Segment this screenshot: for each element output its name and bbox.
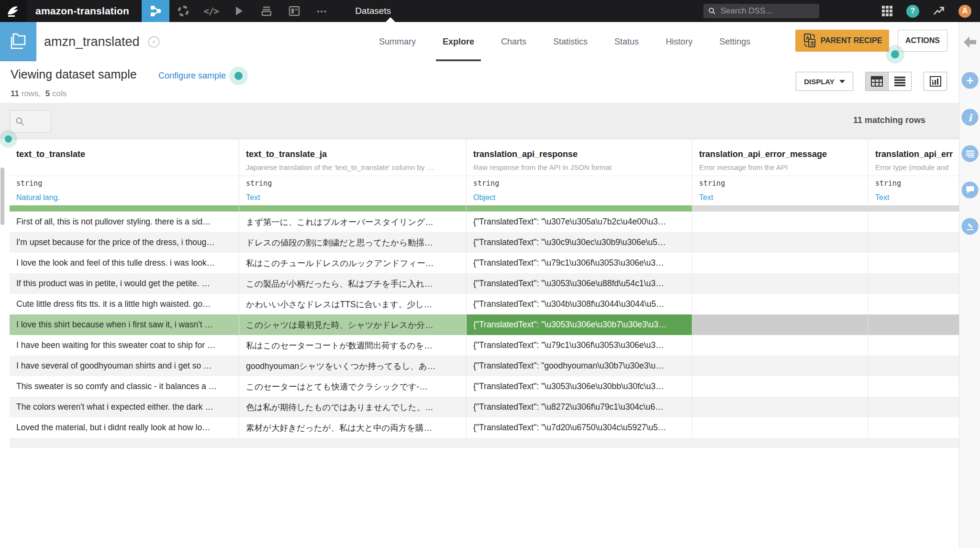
navigate-compass-icon[interactable]: [147, 35, 160, 48]
column-meaning-link[interactable]: Object: [467, 190, 692, 204]
schema-panel-button[interactable]: [962, 145, 979, 162]
column-name[interactable]: text_to_translate_ja: [239, 139, 466, 160]
lab-panel-button[interactable]: [962, 218, 979, 235]
column-meaning-link[interactable]: Text: [869, 190, 959, 204]
table-cell[interactable]: [869, 376, 959, 397]
table-search-box[interactable]: [10, 110, 51, 133]
table-cell[interactable]: [692, 376, 869, 397]
column-meaning-link[interactable]: Text: [239, 190, 466, 204]
table-cell[interactable]: The colors weren't what i expected eithe…: [10, 397, 239, 417]
tab-statistics[interactable]: Statistics: [553, 22, 588, 61]
table-cell[interactable]: [869, 356, 959, 376]
table-cell[interactable]: [869, 273, 959, 294]
code-icon[interactable]: </>: [197, 0, 225, 22]
trend-arrow-icon[interactable]: [933, 5, 945, 17]
table-cell[interactable]: {"TranslatedText": "\u7d20\u6750\u304c\u…: [467, 417, 692, 438]
table-view-button[interactable]: [866, 72, 888, 90]
table-cell[interactable]: {"TranslatedText": "\u3053\u306e\u30b7\u…: [467, 314, 692, 335]
configure-sample-link[interactable]: Configure sample: [158, 71, 226, 81]
column-meaning-link[interactable]: Text: [692, 190, 868, 204]
table-cell[interactable]: {"TranslatedText": "\u3053\u306e\u30bb\u…: [467, 376, 692, 397]
details-panel-button[interactable]: i: [962, 109, 979, 126]
help-icon[interactable]: ?: [906, 5, 919, 18]
list-view-button[interactable]: [888, 72, 911, 90]
flow-icon[interactable]: [142, 0, 169, 22]
nav-current-datasets[interactable]: Datasets: [355, 6, 391, 16]
table-cell[interactable]: {"TranslatedText": "\u3053\u306e\u88fd\u…: [467, 273, 692, 294]
table-cell[interactable]: [692, 397, 869, 417]
column-name[interactable]: translation_api_err: [869, 139, 959, 160]
table-cell[interactable]: [692, 294, 869, 314]
table-cell[interactable]: I'm upset because for the price of the d…: [10, 232, 239, 253]
column-header[interactable]: translation_api_responseRaw response fro…: [467, 139, 692, 212]
table-cell[interactable]: [692, 335, 869, 356]
tab-settings[interactable]: Settings: [719, 22, 750, 61]
table-cell[interactable]: まず第一に、これはプルオーバースタイリング…: [239, 212, 467, 232]
table-cell[interactable]: {"TranslatedText": "\u79c1\u306f\u3053\u…: [467, 335, 692, 356]
table-cell[interactable]: 色は私が期待したものではありませんでした。…: [239, 397, 467, 417]
table-cell[interactable]: I love the look and feel of this tulle d…: [10, 253, 239, 273]
dataiku-logo[interactable]: [0, 0, 27, 22]
column-header[interactable]: text_to_translatestringNatural lang.: [10, 139, 239, 212]
table-cell[interactable]: {"TranslatedText": "\u8272\u306f\u79c1\u…: [467, 397, 692, 417]
table-cell[interactable]: 私はこのチュールドレスのルックアンドフィー…: [239, 253, 467, 273]
table-cell[interactable]: goodhyoumanシャツをいくつか持ってるし、あ…: [239, 356, 467, 376]
table-cell[interactable]: かわいい小さなドレスはTTSに合います。少し…: [239, 294, 467, 314]
table-cell[interactable]: {"TranslatedText": "\u79c1\u306f\u3053\u…: [467, 253, 692, 273]
table-cell[interactable]: Loved the material, but i didnt really l…: [10, 417, 239, 438]
table-cell[interactable]: [692, 273, 869, 294]
table-cell[interactable]: {"TranslatedText": "\u30c9\u30ec\u30b9\u…: [467, 232, 692, 253]
table-cell[interactable]: This sweater is so comfy and classic - i…: [10, 376, 239, 397]
table-cell[interactable]: 私はこのセーターコートが数週間出荷するのを…: [239, 335, 467, 356]
tab-explore[interactable]: Explore: [443, 22, 474, 61]
lab-icon[interactable]: [169, 0, 197, 22]
column-name[interactable]: translation_api_error_message: [692, 139, 868, 160]
column-meaning-link[interactable]: Natural lang.: [10, 190, 239, 204]
table-cell[interactable]: First of all, this is not pullover styli…: [10, 212, 239, 232]
table-cell[interactable]: [869, 212, 959, 232]
table-cell[interactable]: [692, 314, 869, 335]
add-panel-button[interactable]: +: [962, 72, 979, 89]
global-search[interactable]: [703, 4, 819, 18]
discussions-panel-button[interactable]: [962, 182, 979, 199]
search-input[interactable]: [720, 6, 814, 16]
column-name[interactable]: translation_api_response: [467, 139, 692, 160]
table-cell[interactable]: [869, 294, 959, 314]
table-cell[interactable]: [692, 417, 869, 438]
column-header[interactable]: text_to_translate_jaJapanese translation…: [239, 139, 467, 212]
table-cell[interactable]: Cute little dress fits tts. it is a litt…: [10, 294, 239, 314]
table-cell[interactable]: I love this shirt because when i first s…: [10, 314, 239, 335]
run-icon[interactable]: [225, 0, 253, 22]
column-name[interactable]: text_to_translate: [10, 139, 239, 160]
dashboard-icon[interactable]: [280, 0, 308, 22]
dataset-type-tile[interactable]: [0, 22, 36, 61]
table-cell[interactable]: [869, 335, 959, 356]
column-header[interactable]: translation_api_errError type (module an…: [869, 139, 959, 212]
table-cell[interactable]: このシャツは最初見た時、シャツかドレスか分…: [239, 314, 467, 335]
tour-dot-actions[interactable]: [891, 50, 899, 58]
column-header[interactable]: translation_api_error_messageError messa…: [692, 139, 869, 212]
table-cell[interactable]: [869, 314, 959, 335]
table-cell[interactable]: [869, 397, 959, 417]
tour-dot-configure-sample[interactable]: [234, 72, 243, 80]
table-cell[interactable]: [692, 212, 869, 232]
collapse-panel-button[interactable]: [963, 36, 977, 50]
table-cell[interactable]: {"TranslatedText": "goodhyouman\u30b7\u3…: [467, 356, 692, 376]
table-cell[interactable]: I have been waiting for this sweater coa…: [10, 335, 239, 356]
table-cell[interactable]: [869, 417, 959, 438]
table-cell[interactable]: I have several of goodhyouman shirts and…: [10, 356, 239, 376]
apps-grid-icon[interactable]: [881, 5, 893, 17]
more-menu-icon[interactable]: •••: [308, 0, 336, 22]
analyze-chart-button[interactable]: [924, 72, 947, 91]
table-cell[interactable]: {"TranslatedText": "\u307e\u305a\u7b2c\u…: [467, 212, 692, 232]
tab-status[interactable]: Status: [614, 22, 639, 61]
display-button[interactable]: DISPLAY: [796, 72, 853, 91]
tab-charts[interactable]: Charts: [501, 22, 526, 61]
tab-history[interactable]: History: [666, 22, 692, 61]
table-cell[interactable]: [692, 253, 869, 273]
table-cell[interactable]: [869, 253, 959, 273]
table-cell[interactable]: このセーターはとても快適でクラシックです-…: [239, 376, 467, 397]
vertical-scrollbar[interactable]: [0, 168, 4, 225]
table-cell[interactable]: [869, 232, 959, 253]
jobs-icon[interactable]: [253, 0, 280, 22]
